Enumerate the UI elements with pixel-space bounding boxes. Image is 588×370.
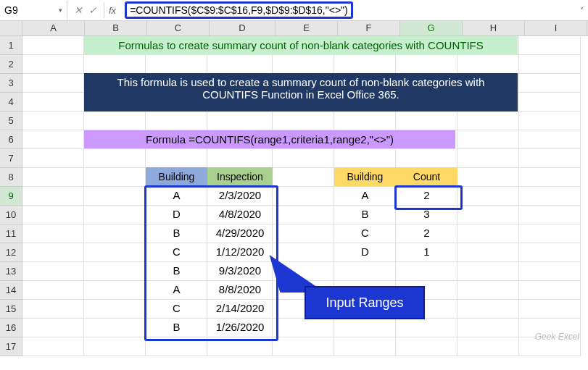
- cell[interactable]: [84, 187, 146, 206]
- cell[interactable]: [207, 337, 273, 356]
- cell[interactable]: [22, 281, 84, 300]
- cell[interactable]: [273, 55, 334, 74]
- cell[interactable]: [22, 93, 84, 112]
- row-header-14[interactable]: 14: [0, 281, 22, 300]
- cell[interactable]: [519, 74, 581, 93]
- col-header-D[interactable]: D: [210, 21, 276, 35]
- cell[interactable]: [22, 243, 84, 262]
- cell[interactable]: [22, 112, 84, 130]
- input-inspection-cell[interactable]: 9/3/2020: [207, 261, 273, 280]
- cell[interactable]: [273, 206, 334, 224]
- cell[interactable]: [457, 224, 519, 243]
- cell[interactable]: [519, 243, 581, 262]
- cell[interactable]: [457, 300, 519, 319]
- cell[interactable]: [273, 224, 334, 243]
- cell[interactable]: [519, 300, 581, 319]
- row-header-3[interactable]: 3: [0, 74, 22, 93]
- cell[interactable]: [457, 206, 519, 224]
- input-building-cell[interactable]: C: [146, 243, 207, 261]
- cell[interactable]: [457, 55, 519, 74]
- cell[interactable]: [22, 300, 84, 319]
- cell[interactable]: [396, 149, 457, 168]
- cell[interactable]: [22, 206, 84, 224]
- confirm-icon[interactable]: ✓: [86, 4, 99, 16]
- cell[interactable]: [84, 149, 146, 168]
- row-header-12[interactable]: 12: [0, 243, 22, 262]
- cell[interactable]: [519, 55, 581, 74]
- fx-label[interactable]: fx: [104, 5, 120, 16]
- row-header-11[interactable]: 11: [0, 224, 22, 243]
- row-header-4[interactable]: 4: [0, 93, 22, 112]
- row-header-13[interactable]: 13: [0, 262, 22, 281]
- cell[interactable]: [84, 281, 146, 300]
- input-inspection-cell[interactable]: 1/12/2020: [207, 243, 273, 261]
- cell[interactable]: [84, 206, 146, 224]
- summary-count-cell[interactable]: 2: [396, 224, 457, 243]
- col-header-A[interactable]: A: [22, 21, 85, 35]
- cell[interactable]: [146, 55, 207, 74]
- row-header-2[interactable]: 2: [0, 55, 22, 74]
- header-inspection[interactable]: Inspection: [207, 167, 273, 186]
- formula-input[interactable]: =COUNTIFS($C$9:$C$16,F9,$D$9:$D$16,"<>"): [120, 0, 575, 20]
- cell[interactable]: [334, 149, 396, 168]
- cell[interactable]: [457, 243, 519, 262]
- input-inspection-cell[interactable]: 2/14/2020: [207, 299, 273, 318]
- summary-building-cell[interactable]: A: [334, 186, 396, 205]
- cell[interactable]: [273, 149, 334, 168]
- cell[interactable]: [22, 74, 84, 93]
- input-building-cell[interactable]: B: [146, 224, 207, 243]
- cell[interactable]: [457, 187, 519, 206]
- cell[interactable]: [334, 112, 396, 130]
- cell[interactable]: [519, 206, 581, 224]
- row-header-17[interactable]: 17: [0, 337, 22, 356]
- header-building-right[interactable]: Building: [334, 167, 397, 186]
- cell[interactable]: [84, 262, 146, 281]
- cancel-icon[interactable]: ✕: [72, 4, 85, 16]
- input-building-cell[interactable]: A: [146, 280, 207, 299]
- cell[interactable]: [457, 281, 519, 300]
- cell[interactable]: [273, 168, 334, 187]
- input-inspection-cell[interactable]: 4/8/2020: [207, 205, 273, 224]
- cell[interactable]: [22, 149, 84, 168]
- cell[interactable]: [396, 55, 457, 74]
- cell[interactable]: [22, 168, 84, 187]
- col-header-E[interactable]: E: [276, 21, 338, 35]
- cell[interactable]: [396, 319, 457, 337]
- cell[interactable]: [519, 130, 581, 149]
- cell[interactable]: [273, 337, 334, 356]
- row-header-9[interactable]: 9: [0, 187, 22, 206]
- cell[interactable]: [273, 112, 334, 130]
- cell[interactable]: [84, 112, 146, 130]
- cell[interactable]: [519, 224, 581, 243]
- worksheet-grid[interactable]: A B C D E F G H I 1234567891011121314151…: [0, 21, 588, 370]
- cell[interactable]: [396, 112, 457, 130]
- col-header-I[interactable]: I: [525, 21, 587, 35]
- input-inspection-cell[interactable]: 4/29/2020: [207, 224, 273, 243]
- col-header-G[interactable]: G: [400, 21, 463, 35]
- cell[interactable]: [84, 243, 146, 262]
- cell[interactable]: [519, 187, 581, 206]
- input-inspection-cell[interactable]: 1/26/2020: [207, 318, 273, 337]
- cell[interactable]: [22, 187, 84, 206]
- summary-building-cell[interactable]: D: [334, 243, 396, 261]
- input-building-cell[interactable]: A: [146, 186, 207, 205]
- header-building-left[interactable]: Building: [146, 167, 208, 186]
- summary-count-cell[interactable]: 2: [396, 186, 457, 205]
- row-header-5[interactable]: 5: [0, 112, 22, 130]
- name-box-dropdown-icon[interactable]: ▾: [59, 7, 62, 14]
- col-header-B[interactable]: B: [85, 21, 147, 35]
- input-building-cell[interactable]: C: [146, 299, 207, 318]
- cell[interactable]: [396, 337, 457, 356]
- input-building-cell[interactable]: D: [146, 205, 207, 224]
- header-count[interactable]: Count: [396, 167, 457, 186]
- input-building-cell[interactable]: B: [146, 261, 207, 280]
- cell[interactable]: [207, 55, 273, 74]
- summary-building-cell[interactable]: C: [334, 224, 396, 243]
- col-header-H[interactable]: H: [463, 21, 525, 35]
- cell[interactable]: [146, 337, 207, 356]
- col-header-F[interactable]: F: [338, 21, 400, 35]
- cell[interactable]: [519, 262, 581, 281]
- row-header-6[interactable]: 6: [0, 130, 22, 149]
- cell[interactable]: [22, 224, 84, 243]
- cell[interactable]: [519, 93, 581, 112]
